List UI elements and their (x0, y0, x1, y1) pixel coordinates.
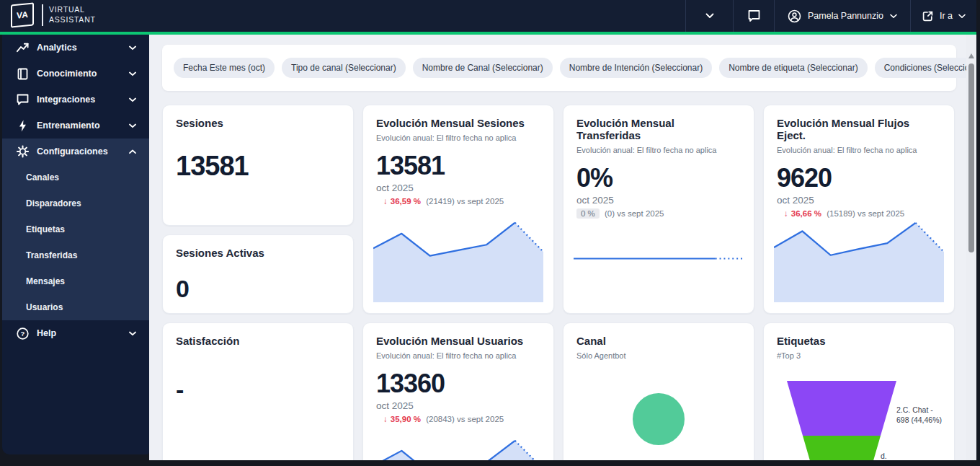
sidebar-subitem-canales[interactable]: Canales (2, 164, 149, 190)
sidebar-subitem-etiquetas[interactable]: Etiquetas (2, 216, 149, 242)
app-window: VA VIRTUAL ASSISTANT (0, 0, 980, 466)
usuarios-line-chart (373, 433, 543, 460)
sidebar-subitem-usuarios[interactable]: Usuarios (2, 294, 149, 320)
card-value: 0 (176, 275, 340, 303)
chat-bubble-icon (17, 94, 29, 105)
sesiones-line-chart (373, 215, 543, 302)
sidebar-item-label: Entrenamiento (37, 120, 100, 131)
chevron-down-icon (958, 14, 966, 19)
sidebar-item-label: Analytics (37, 43, 77, 53)
card-subtitle: #Top 3 (777, 351, 941, 360)
chevron-down-icon (890, 14, 897, 19)
transferidas-line-chart (574, 215, 744, 302)
card-value: 9620 (777, 163, 941, 193)
card-evolucion-mensual-sesiones: Evolución Mensual Sesiones Evolución anu… (362, 105, 554, 314)
card-title: Evolución Mensual Transferidas (576, 117, 741, 141)
card-title: Satisfacción (176, 335, 340, 347)
sidebar-item-help[interactable]: ? Help (2, 320, 149, 346)
card-evolucion-mensual-transferidas: Evolución Mensual Transferidas Evolución… (563, 105, 754, 314)
help-icon: ? (17, 327, 29, 340)
dashboard-content: Fecha Este mes (oct) Tipo de canal (Sele… (149, 35, 976, 460)
chevron-down-icon (705, 13, 714, 19)
card-evolucion-mensual-usuarios: Evolución Mensual Usuarios Evolución anu… (362, 322, 554, 460)
va-logo-icon: VA (11, 2, 34, 27)
card-value: 13581 (176, 151, 340, 182)
card-satisfaccion: Satisfacción - (162, 322, 354, 460)
user-name: Pamela Pannunzio (808, 11, 883, 21)
delta-percent: 36,59 % (391, 197, 421, 206)
chevron-down-icon (129, 123, 136, 128)
sidebar-subitem-transferidas[interactable]: Transferidas (2, 242, 149, 268)
chevron-down-icon (129, 97, 136, 102)
gear-icon (17, 145, 29, 158)
card-subtitle: Evolución anual: El filtro fecha no apli… (376, 351, 540, 360)
card-subtitle: Evolución anual: El filtro fecha no apli… (576, 146, 741, 154)
arrow-down-icon: ↓ (383, 415, 388, 423)
filter-chip-condiciones[interactable]: Condiciones (Seleccionar) (875, 58, 976, 78)
funnel-segment-label: 2.C. Chat - 698 (44,46%) (896, 405, 954, 425)
window-bottom-border (0, 460, 980, 466)
sidebar-item-integraciones[interactable]: Integraciones (2, 87, 149, 113)
sidebar-item-entrenamiento[interactable]: Entrenamiento (2, 113, 149, 139)
card-subtitle: Evolución anual: El filtro fecha no apli… (376, 133, 540, 142)
card-title: Canal (576, 335, 741, 347)
chevron-down-icon (129, 45, 136, 50)
flujos-line-chart (774, 215, 944, 302)
sidebar-item-conocimiento[interactable]: Conocimiento (2, 61, 149, 87)
card-title: Evolución Mensual Usuarios (376, 335, 540, 347)
card-month: oct 2025 (576, 195, 741, 206)
go-to-label: Ir a (940, 11, 953, 21)
messages-button[interactable] (733, 0, 774, 32)
sidebar-subitem-disparadores[interactable]: Disparadores (2, 190, 149, 216)
card-sesiones: Sesiones 13581 (162, 105, 354, 226)
brand-name: VIRTUAL ASSISTANT (49, 5, 96, 25)
filter-bar: Fecha Este mes (oct) Tipo de canal (Sele… (162, 45, 956, 91)
filter-chip-tipo-canal[interactable]: Tipo de canal (Seleccionar) (282, 58, 406, 78)
scrollbar-up-arrow[interactable] (968, 53, 974, 58)
user-menu-button[interactable]: Pamela Pannunzio (774, 0, 910, 32)
delta-comparison: (20843) vs sept 2025 (426, 415, 504, 423)
sidebar-item-analytics[interactable]: Analytics (2, 35, 149, 61)
lightning-icon (17, 120, 29, 132)
window-right-border (976, 0, 980, 466)
sidebar-item-label: Configuraciones (37, 146, 108, 157)
card-month: oct 2025 (376, 400, 540, 411)
card-value: 13581 (376, 151, 540, 181)
card-evolucion-mensual-flujos: Evolución Mensual Flujos Eject. Evolució… (763, 105, 955, 314)
card-delta: ↓36,59 % (21419) vs sept 2025 (383, 197, 540, 206)
card-title: Sesiones (176, 117, 340, 129)
card-value: 13360 (376, 369, 540, 399)
user-avatar-icon (788, 9, 801, 23)
sidebar-item-configuraciones[interactable]: Configuraciones (2, 139, 149, 164)
external-link-icon (922, 10, 934, 22)
chevron-down-icon (129, 331, 136, 336)
card-title: Sesiones Activas (176, 247, 340, 259)
analytics-icon (17, 42, 29, 53)
canal-donut-chart (633, 393, 685, 445)
filter-chip-nombre-canal[interactable]: Nombre de Canal (Seleccionar) (413, 58, 553, 78)
sidebar-group-configuraciones: Configuraciones Canales Disparadores Eti… (2, 139, 149, 320)
chevron-up-icon (129, 149, 136, 154)
card-etiquetas: Etiquetas #Top 3 2.C. Chat - 698 (44,46%… (763, 322, 955, 460)
card-sesiones-activas: Sesiones Activas 0 (162, 234, 354, 314)
filter-chip-nombre-etiqueta[interactable]: Nombre de etiqueta (Seleccionar) (719, 58, 867, 78)
delta-percent: 35,90 % (391, 415, 421, 423)
sidebar-item-label: Integraciones (37, 94, 95, 105)
filter-chip-fecha[interactable]: Fecha Este mes (oct) (174, 58, 275, 78)
svg-text:?: ? (21, 330, 25, 338)
delta-comparison: (21419) vs sept 2025 (426, 197, 504, 206)
go-to-button[interactable]: Ir a (910, 0, 976, 32)
vertical-scrollbar-thumb[interactable] (968, 63, 974, 252)
card-month: oct 2025 (376, 183, 540, 193)
arrow-down-icon: ↓ (383, 197, 388, 206)
card-title: Evolución Mensual Sesiones (376, 117, 540, 129)
workspace-dropdown-button[interactable] (685, 0, 733, 32)
sidebar-nav: Analytics Conocimiento Integraciones (2, 35, 149, 454)
sidebar-subitem-mensajes[interactable]: Mensajes (2, 268, 149, 294)
logo-divider (42, 4, 43, 26)
header-actions: Pamela Pannunzio Ir a (685, 0, 976, 32)
sidebar-item-label: Conocimiento (37, 69, 97, 79)
card-subtitle: Evolución anual: El filtro fecha no apli… (777, 146, 941, 154)
card-value: - (176, 376, 340, 404)
filter-chip-nombre-intencion[interactable]: Nombre de Intención (Seleccionar) (560, 58, 712, 78)
